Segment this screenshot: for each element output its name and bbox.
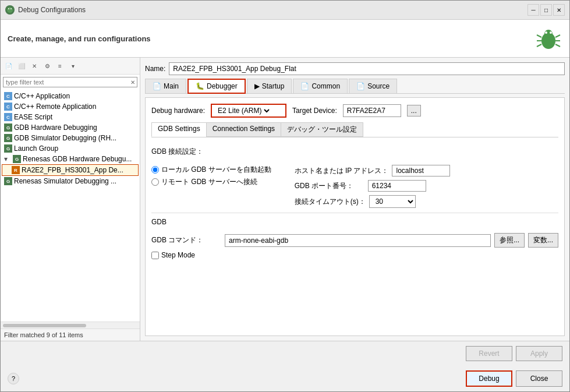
app-icon — [5, 5, 15, 15]
radio-local-label: ローカル GDB サーバーを自動起動 — [161, 165, 271, 175]
collapse-button[interactable]: ≡ — [54, 60, 66, 72]
hw-select[interactable]: E2 Lite (ARM) — [211, 104, 286, 118]
tab-bar: 📄 Main 🐛 Debugger ▶ Startup 📄 Common 📄 — [145, 79, 565, 94]
configuration-tree: C C/C++ Application C C/C++ Remote Appli… — [1, 90, 140, 322]
launch-group-icon: G — [4, 144, 12, 153]
bug-icon — [534, 24, 562, 52]
cpp-remote-icon: C — [4, 103, 12, 111]
tree-item-label: Launch Group — [14, 144, 58, 153]
port-input[interactable] — [368, 180, 426, 192]
horizontal-scrollbar[interactable] — [1, 322, 140, 329]
gdb-connection-title: GDB 接続設定： — [151, 147, 558, 157]
tab-main-label: Main — [164, 82, 179, 90]
tab-common-label: Common — [311, 82, 340, 90]
svg-line-8 — [555, 35, 560, 37]
ease-script-icon: C — [4, 113, 12, 121]
debug-close-row: ? Debug Close — [1, 366, 569, 391]
common-page-icon: 📄 — [300, 82, 309, 90]
sub-tab-bar: GDB Settings Connection Settings デバッグ・ツー… — [151, 122, 558, 137]
svg-point-2 — [10, 8, 12, 9]
tab-debugger-label: Debugger — [207, 82, 238, 90]
hardware-row: Debug hardware: E2 Lite (ARM) Target Dev… — [151, 104, 558, 118]
search-box: ✕ — [3, 77, 137, 87]
gdb-ref-button[interactable]: 参照... — [494, 233, 525, 248]
bottom-buttons-area: Revert Apply ? Debug Close — [1, 341, 569, 391]
sub-tab-gdb-settings[interactable]: GDB Settings — [151, 122, 207, 137]
target-label: Target Device: — [292, 107, 337, 115]
step-mode-checkbox[interactable] — [151, 252, 159, 259]
step-mode-label: Step Mode — [161, 251, 195, 259]
name-input[interactable] — [169, 62, 565, 75]
apply-button[interactable]: Apply — [516, 346, 562, 361]
tab-source-label: Source — [367, 82, 390, 90]
close-button[interactable]: Close — [516, 370, 562, 387]
gdb-cmd-input[interactable] — [225, 234, 491, 247]
tree-item-renesas-gdb[interactable]: ▾ G Renesas GDB Hardware Debugu... — [2, 154, 139, 164]
tree-item-ra2e2-fpb[interactable]: R RA2E2_FPB_HS3001_App De... — [2, 164, 139, 176]
new-config-button[interactable]: 📄 — [3, 60, 15, 72]
gdb-settings-content: GDB 接続設定： ローカル GDB サーバーを自動起動 リモート GDB サー… — [151, 147, 558, 208]
host-input[interactable] — [392, 165, 450, 176]
radio-local-row: ローカル GDB サーバーを自動起動 — [151, 165, 271, 175]
target-browse-button[interactable]: ... — [407, 105, 421, 116]
tree-item-gdb-sim[interactable]: G GDB Simulator Debugging (RH... — [2, 133, 139, 143]
svg-point-11 — [545, 31, 547, 34]
search-clear-button[interactable]: ✕ — [129, 79, 137, 86]
hw-label: Debug hardware: — [151, 107, 205, 115]
tree-item-launch-group[interactable]: G Launch Group — [2, 143, 139, 154]
search-input[interactable] — [3, 77, 129, 87]
duplicate-button[interactable]: ⬜ — [16, 60, 27, 72]
tab-main[interactable]: 📄 Main — [145, 79, 186, 93]
debug-button[interactable]: Debug — [466, 370, 512, 387]
tree-item-gdb-hw[interactable]: G GDB Hardware Debugging — [2, 122, 139, 133]
gdb-connection-row: ローカル GDB サーバーを自動起動 リモート GDB サーバーへ接続 ホスト名… — [151, 165, 558, 208]
host-label: ホスト名または IP アドレス： — [295, 166, 389, 176]
maximize-button[interactable]: □ — [540, 4, 552, 16]
tab-startup[interactable]: ▶ Startup — [247, 79, 292, 93]
gdb-command-section: GDB GDB コマンド： 参照... 変数... Step Mode — [151, 213, 558, 259]
svg-line-7 — [537, 44, 541, 47]
minimize-button[interactable]: ─ — [527, 4, 539, 16]
close-button[interactable]: ✕ — [553, 4, 565, 16]
source-page-icon: 📄 — [356, 82, 365, 90]
timeout-row: 接続タイムアウト(s)： 30 60 120 — [295, 195, 451, 208]
timeout-select[interactable]: 30 60 120 — [369, 195, 416, 208]
tree-item-label: GDB Hardware Debugging — [14, 123, 97, 132]
svg-point-4 — [544, 30, 553, 38]
left-panel: 📄 ⬜ ✕ ⚙ ≡ ▾ ✕ C C/C++ Application C C/C+… — [1, 58, 140, 341]
play-icon: ▶ — [254, 82, 260, 90]
tree-item-cpp-remote[interactable]: C C/C++ Remote Application — [2, 101, 139, 112]
renesas-sim-icon: G — [4, 177, 12, 185]
name-label: Name: — [145, 65, 165, 73]
host-row: ホスト名または IP アドレス： — [295, 165, 451, 176]
svg-line-10 — [555, 44, 560, 47]
hw-select-dropdown[interactable]: E2 Lite (ARM) — [215, 106, 271, 115]
help-button[interactable]: ? — [8, 373, 19, 384]
title-bar: Debug Configurations ─ □ ✕ — [1, 1, 569, 20]
tree-item-renesas-sim[interactable]: G Renesas Simulator Debugging ... — [2, 176, 139, 186]
radio-remote-label: リモート GDB サーバーへ接続 — [161, 177, 257, 187]
tree-toggle[interactable]: ▾ — [4, 155, 11, 163]
sub-tab-debug-tool[interactable]: デバッグ・ツール設定 — [281, 122, 363, 137]
right-panel: Name: 📄 Main 🐛 Debugger ▶ Startup — [140, 58, 569, 341]
tree-item-label: RA2E2_FPB_HS3001_App De... — [22, 166, 123, 174]
radio-group: ローカル GDB サーバーを自動起動 リモート GDB サーバーへ接続 — [151, 165, 271, 208]
tab-common[interactable]: 📄 Common — [293, 79, 348, 93]
gdb-cmd-label: GDB コマンド： — [151, 235, 221, 245]
gdb-var-button[interactable]: 変数... — [528, 233, 558, 248]
target-device-input[interactable] — [343, 104, 401, 117]
tree-item-cpp-app[interactable]: C C/C++ Application — [2, 91, 139, 101]
tree-item-ease-script[interactable]: C EASE Script — [2, 112, 139, 122]
delete-button[interactable]: ✕ — [29, 60, 40, 72]
left-toolbar: 📄 ⬜ ✕ ⚙ ≡ ▾ — [1, 58, 140, 75]
filter-button[interactable]: ⚙ — [41, 60, 53, 72]
tab-debugger[interactable]: 🐛 Debugger — [187, 79, 246, 94]
header-bar: Create, manage, and run configurations — [1, 20, 569, 58]
radio-remote[interactable] — [151, 178, 159, 186]
title-bar-left: Debug Configurations — [5, 5, 86, 15]
sub-tab-connection[interactable]: Connection Settings — [206, 122, 281, 137]
tab-source[interactable]: 📄 Source — [349, 79, 397, 93]
revert-button[interactable]: Revert — [466, 346, 512, 361]
radio-local[interactable] — [151, 166, 159, 174]
view-menu-button[interactable]: ▾ — [67, 60, 79, 72]
